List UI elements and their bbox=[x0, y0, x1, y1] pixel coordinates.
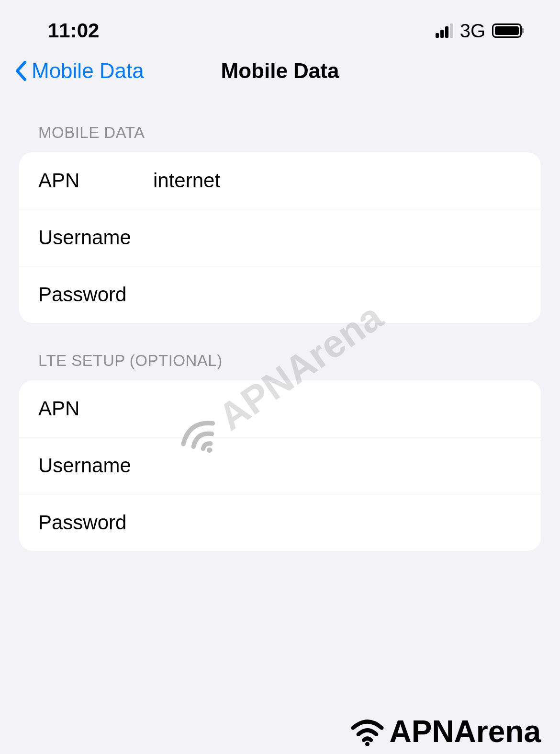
status-time: 11:02 bbox=[48, 19, 99, 42]
lte-setup-section: LTE SETUP (OPTIONAL) APN Username Passwo… bbox=[0, 352, 560, 551]
back-button[interactable]: Mobile Data bbox=[14, 59, 144, 83]
mobile-data-section-header: MOBILE DATA bbox=[19, 124, 541, 152]
apn-label: APN bbox=[38, 169, 153, 192]
lte-password-row[interactable]: Password bbox=[19, 494, 541, 551]
watermark-bottom: APNArena bbox=[349, 714, 541, 749]
username-label: Username bbox=[38, 454, 153, 477]
battery-icon bbox=[492, 23, 522, 38]
lte-apn-row[interactable]: APN bbox=[19, 380, 541, 437]
lte-setup-section-header: LTE SETUP (OPTIONAL) bbox=[19, 352, 541, 380]
mobile-data-section: MOBILE DATA APN Username Password bbox=[0, 124, 560, 323]
mobile-data-password-input[interactable] bbox=[153, 283, 522, 306]
apn-label: APN bbox=[38, 397, 153, 420]
username-label: Username bbox=[38, 226, 153, 249]
lte-username-row[interactable]: Username bbox=[19, 437, 541, 494]
mobile-data-apn-input[interactable] bbox=[153, 169, 522, 192]
mobile-data-group: APN Username Password bbox=[19, 152, 541, 323]
mobile-data-apn-row[interactable]: APN bbox=[19, 152, 541, 209]
lte-password-input[interactable] bbox=[153, 511, 522, 534]
wifi-icon bbox=[349, 717, 385, 746]
mobile-data-username-input[interactable] bbox=[153, 226, 522, 249]
watermark-text: APNArena bbox=[389, 714, 541, 749]
password-label: Password bbox=[38, 283, 153, 306]
password-label: Password bbox=[38, 511, 153, 534]
signal-icon bbox=[436, 23, 453, 38]
mobile-data-password-row[interactable]: Password bbox=[19, 266, 541, 323]
network-type-label: 3G bbox=[460, 20, 485, 42]
mobile-data-username-row[interactable]: Username bbox=[19, 209, 541, 266]
lte-setup-group: APN Username Password bbox=[19, 380, 541, 551]
navigation-bar: Mobile Data Mobile Data bbox=[0, 57, 560, 95]
chevron-left-icon bbox=[14, 60, 28, 81]
status-bar: 11:02 3G bbox=[0, 0, 560, 57]
svg-point-1 bbox=[365, 742, 370, 746]
lte-username-input[interactable] bbox=[153, 454, 522, 477]
page-title: Mobile Data bbox=[221, 59, 339, 83]
lte-apn-input[interactable] bbox=[153, 397, 522, 420]
back-label: Mobile Data bbox=[32, 59, 144, 83]
status-indicators: 3G bbox=[436, 20, 522, 42]
